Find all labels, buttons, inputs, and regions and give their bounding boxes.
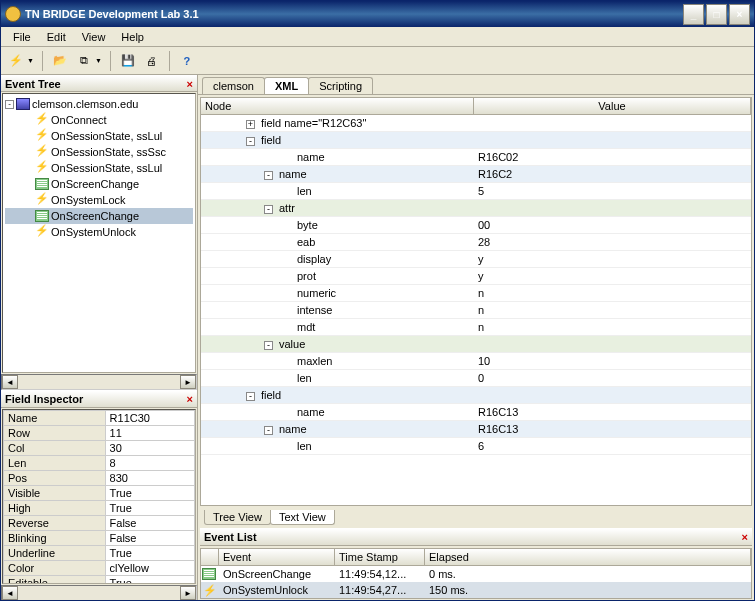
collapse-icon[interactable]: - [246, 392, 255, 401]
inspector-row[interactable]: VisibleTrue [4, 485, 195, 500]
close-panel-button[interactable]: × [742, 531, 748, 543]
menu-view[interactable]: View [74, 29, 114, 45]
close-panel-button[interactable]: × [187, 78, 193, 90]
col-event[interactable]: Event [219, 549, 335, 565]
event-list[interactable]: Event Time Stamp Elapsed OnScreenChange1… [200, 548, 752, 599]
xml-row[interactable]: -attr [201, 200, 751, 217]
xml-row[interactable]: displayy [201, 251, 751, 268]
collapse-icon[interactable]: - [264, 171, 273, 180]
xml-row[interactable]: byte00 [201, 217, 751, 234]
inspector-row[interactable]: NameR11C30 [4, 410, 195, 425]
menu-edit[interactable]: Edit [39, 29, 74, 45]
tree-item[interactable]: OnSystemLock [5, 192, 193, 208]
tab-tree-view[interactable]: Tree View [204, 510, 271, 525]
inspector-value: 830 [105, 470, 194, 485]
scroll-left-button[interactable]: ◄ [2, 586, 18, 600]
collapse-icon[interactable]: - [264, 205, 273, 214]
scroll-left-button[interactable]: ◄ [2, 375, 18, 389]
inspector-key: Underline [4, 545, 106, 560]
collapse-icon[interactable]: - [246, 137, 255, 146]
xml-tree-grid[interactable]: Node Value +field name="R12C63"-fieldnam… [200, 97, 752, 506]
minimize-button[interactable]: _ [683, 4, 704, 25]
xml-row[interactable]: -nameR16C13 [201, 421, 751, 438]
tree-item[interactable]: OnScreenChange [5, 176, 193, 192]
inspector-row[interactable]: BlinkingFalse [4, 530, 195, 545]
inspector-value: True [105, 500, 194, 515]
inspector-row[interactable]: EditableTrue [4, 575, 195, 584]
inspector-row[interactable]: ReverseFalse [4, 515, 195, 530]
menu-file[interactable]: File [5, 29, 39, 45]
bolt-tool-button[interactable]: ⚡ [5, 50, 27, 72]
xml-row[interactable]: -nameR16C2 [201, 166, 751, 183]
tab-scripting[interactable]: Scripting [308, 77, 373, 94]
print-tool-button[interactable]: 🖨 [141, 50, 163, 72]
save-tool-button[interactable]: 💾 [117, 50, 139, 72]
xml-row[interactable]: -value [201, 336, 751, 353]
inspector-row[interactable]: Pos830 [4, 470, 195, 485]
col-timestamp[interactable]: Time Stamp [335, 549, 425, 565]
inspector-row[interactable]: UnderlineTrue [4, 545, 195, 560]
expand-icon[interactable]: + [246, 120, 255, 129]
xml-row[interactable]: nameR16C13 [201, 404, 751, 421]
xml-row[interactable]: intensen [201, 302, 751, 319]
xml-row[interactable]: proty [201, 268, 751, 285]
tab-xml[interactable]: XML [264, 77, 309, 94]
tree-item[interactable]: OnSessionState, ssSsc [5, 144, 193, 160]
close-panel-button[interactable]: × [187, 393, 193, 405]
inspector-row[interactable]: HighTrue [4, 500, 195, 515]
close-button[interactable]: × [729, 4, 750, 25]
bolt-icon [35, 146, 49, 158]
xml-row[interactable]: len6 [201, 438, 751, 455]
dropdown-arrow-icon[interactable]: ▼ [95, 57, 104, 64]
inspector-row[interactable]: Col30 [4, 440, 195, 455]
xml-row[interactable]: -field [201, 132, 751, 149]
field-inspector[interactable]: NameR11C30Row11Col30Len8Pos830VisibleTru… [2, 409, 196, 584]
col-node[interactable]: Node [201, 98, 474, 114]
event-list-row[interactable]: OnScreenChange11:49:54,12...0 ms. [201, 566, 751, 582]
event-list-row[interactable]: ⚡OnSystemUnlock11:49:54,27...150 ms. [201, 582, 751, 598]
scroll-right-button[interactable]: ► [180, 375, 196, 389]
tree-item[interactable]: OnSystemUnlock [5, 224, 193, 240]
tree-root[interactable]: - clemson.clemson.edu [5, 96, 193, 112]
dropdown-arrow-icon[interactable]: ▼ [27, 57, 36, 64]
event-tree[interactable]: - clemson.clemson.edu OnConnectOnSession… [2, 93, 196, 373]
xml-row[interactable]: eab28 [201, 234, 751, 251]
tree-item[interactable]: OnSessionState, ssLul [5, 128, 193, 144]
tree-root-label: clemson.clemson.edu [32, 98, 138, 110]
open-tool-button[interactable]: 📂 [49, 50, 71, 72]
xml-row[interactable]: len0 [201, 370, 751, 387]
inspector-row[interactable]: Row11 [4, 425, 195, 440]
tree-item[interactable]: OnScreenChange [5, 208, 193, 224]
help-tool-button[interactable]: ? [176, 50, 198, 72]
tree-item[interactable]: OnConnect [5, 112, 193, 128]
tree-item[interactable]: OnSessionState, ssLul [5, 160, 193, 176]
scroll-right-button[interactable]: ► [180, 586, 196, 600]
xml-row[interactable]: +field name="R12C63" [201, 115, 751, 132]
xml-row[interactable]: numericn [201, 285, 751, 302]
collapse-icon[interactable]: - [264, 426, 273, 435]
xml-row[interactable]: -field [201, 387, 751, 404]
copy-tool-button[interactable]: ⧉ [73, 50, 95, 72]
xml-row[interactable]: nameR16C02 [201, 149, 751, 166]
col-elapsed[interactable]: Elapsed [425, 549, 751, 565]
xml-node-name: eab [297, 236, 315, 248]
collapse-icon[interactable]: - [264, 341, 273, 350]
inspector-scrollbar[interactable]: ◄ ► [1, 585, 197, 601]
col-value[interactable]: Value [474, 98, 751, 114]
tree-scrollbar[interactable]: ◄ ► [1, 374, 197, 390]
menu-help[interactable]: Help [113, 29, 152, 45]
xml-node-value: R16C02 [474, 151, 751, 163]
xml-row[interactable]: mdtn [201, 319, 751, 336]
xml-node-name: name [297, 151, 325, 163]
tab-clemson[interactable]: clemson [202, 77, 265, 94]
tab-text-view[interactable]: Text View [270, 510, 335, 525]
menubar: File Edit View Help [1, 27, 754, 47]
xml-row[interactable]: len5 [201, 183, 751, 200]
maximize-button[interactable]: □ [706, 4, 727, 25]
collapse-icon[interactable]: - [5, 100, 14, 109]
inspector-key: Editable [4, 575, 106, 584]
inspector-row[interactable]: ColorclYellow [4, 560, 195, 575]
inspector-row[interactable]: Len8 [4, 455, 195, 470]
xml-row[interactable]: maxlen10 [201, 353, 751, 370]
view-tabs: Tree View Text View [200, 508, 752, 526]
